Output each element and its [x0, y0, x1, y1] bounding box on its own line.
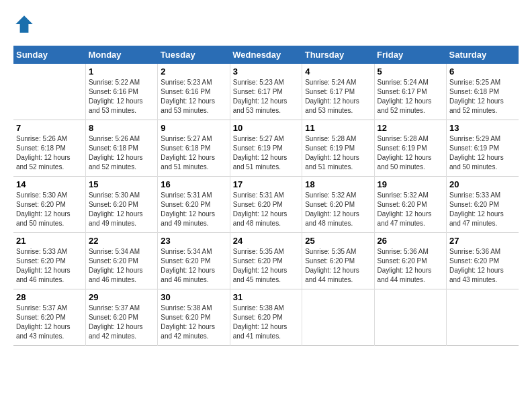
day-number: 2: [161, 66, 226, 77]
col-header-thursday: Thursday: [302, 46, 374, 64]
day-cell: 28Sunrise: 5:37 AM Sunset: 6:20 PM Dayli…: [13, 289, 85, 346]
day-number: 26: [378, 236, 443, 246]
header-row: SundayMondayTuesdayWednesdayThursdayFrid…: [13, 46, 519, 64]
day-cell: 3Sunrise: 5:23 AM Sunset: 6:17 PM Daylig…: [230, 64, 302, 120]
day-info: Sunrise: 5:33 AM Sunset: 6:20 PM Dayligh…: [449, 191, 516, 228]
day-info: Sunrise: 5:26 AM Sunset: 6:18 PM Dayligh…: [89, 134, 154, 172]
calendar-body: 1Sunrise: 5:22 AM Sunset: 6:16 PM Daylig…: [13, 64, 519, 346]
day-number: 31: [233, 292, 299, 302]
day-number: 15: [89, 179, 154, 189]
day-cell: 17Sunrise: 5:31 AM Sunset: 6:20 PM Dayli…: [230, 177, 302, 233]
calendar-header: SundayMondayTuesdayWednesdayThursdayFrid…: [13, 46, 519, 64]
day-cell: 6Sunrise: 5:25 AM Sunset: 6:18 PM Daylig…: [447, 64, 519, 120]
day-info: Sunrise: 5:36 AM Sunset: 6:20 PM Dayligh…: [449, 247, 516, 285]
day-number: 14: [16, 179, 83, 189]
day-number: 12: [378, 123, 443, 133]
day-cell: 1Sunrise: 5:22 AM Sunset: 6:16 PM Daylig…: [85, 64, 157, 120]
day-info: Sunrise: 5:38 AM Sunset: 6:20 PM Dayligh…: [161, 304, 226, 341]
day-info: Sunrise: 5:37 AM Sunset: 6:20 PM Dayligh…: [16, 304, 83, 341]
day-cell: 26Sunrise: 5:36 AM Sunset: 6:20 PM Dayli…: [374, 233, 446, 289]
day-number: 17: [233, 179, 299, 189]
day-cell: 8Sunrise: 5:26 AM Sunset: 6:18 PM Daylig…: [85, 120, 157, 177]
day-number: 1: [89, 66, 154, 77]
day-info: Sunrise: 5:30 AM Sunset: 6:20 PM Dayligh…: [89, 191, 154, 228]
day-cell: [302, 289, 374, 346]
day-cell: 31Sunrise: 5:38 AM Sunset: 6:20 PM Dayli…: [230, 289, 302, 346]
logo: [13, 13, 38, 35]
day-info: Sunrise: 5:31 AM Sunset: 6:20 PM Dayligh…: [161, 191, 226, 228]
day-cell: 14Sunrise: 5:30 AM Sunset: 6:20 PM Dayli…: [13, 177, 85, 233]
day-cell: 16Sunrise: 5:31 AM Sunset: 6:20 PM Dayli…: [158, 177, 230, 233]
day-number: 29: [89, 292, 154, 302]
header: [13, 13, 519, 35]
week-row-2: 7Sunrise: 5:26 AM Sunset: 6:18 PM Daylig…: [13, 120, 519, 177]
day-info: Sunrise: 5:27 AM Sunset: 6:19 PM Dayligh…: [233, 134, 299, 172]
day-info: Sunrise: 5:35 AM Sunset: 6:20 PM Dayligh…: [305, 247, 371, 285]
day-info: Sunrise: 5:31 AM Sunset: 6:20 PM Dayligh…: [233, 191, 299, 228]
day-cell: 9Sunrise: 5:27 AM Sunset: 6:18 PM Daylig…: [158, 120, 230, 177]
day-info: Sunrise: 5:36 AM Sunset: 6:20 PM Dayligh…: [378, 247, 443, 285]
day-info: Sunrise: 5:33 AM Sunset: 6:20 PM Dayligh…: [16, 247, 83, 285]
calendar-table: SundayMondayTuesdayWednesdayThursdayFrid…: [13, 46, 519, 346]
day-info: Sunrise: 5:28 AM Sunset: 6:19 PM Dayligh…: [305, 134, 371, 172]
day-info: Sunrise: 5:35 AM Sunset: 6:20 PM Dayligh…: [233, 247, 299, 285]
day-cell: 20Sunrise: 5:33 AM Sunset: 6:20 PM Dayli…: [447, 177, 519, 233]
day-cell: 5Sunrise: 5:24 AM Sunset: 6:17 PM Daylig…: [374, 64, 446, 120]
day-info: Sunrise: 5:25 AM Sunset: 6:18 PM Dayligh…: [449, 78, 516, 116]
col-header-friday: Friday: [374, 46, 446, 64]
day-number: 30: [161, 292, 226, 302]
day-number: 11: [305, 123, 371, 133]
day-cell: [447, 289, 519, 346]
day-number: 27: [449, 236, 516, 246]
day-info: Sunrise: 5:28 AM Sunset: 6:19 PM Dayligh…: [378, 134, 443, 172]
day-number: 8: [89, 123, 154, 133]
col-header-sunday: Sunday: [13, 46, 85, 64]
day-info: Sunrise: 5:32 AM Sunset: 6:20 PM Dayligh…: [305, 191, 371, 228]
day-cell: 22Sunrise: 5:34 AM Sunset: 6:20 PM Dayli…: [85, 233, 157, 289]
day-cell: 23Sunrise: 5:34 AM Sunset: 6:20 PM Dayli…: [158, 233, 230, 289]
day-number: 24: [233, 236, 299, 246]
day-number: 5: [378, 66, 443, 77]
col-header-wednesday: Wednesday: [230, 46, 302, 64]
day-number: 6: [449, 66, 516, 77]
day-cell: 13Sunrise: 5:29 AM Sunset: 6:19 PM Dayli…: [447, 120, 519, 177]
day-cell: 11Sunrise: 5:28 AM Sunset: 6:19 PM Dayli…: [302, 120, 374, 177]
day-number: 19: [378, 179, 443, 189]
svg-marker-0: [15, 15, 33, 33]
day-cell: 21Sunrise: 5:33 AM Sunset: 6:20 PM Dayli…: [13, 233, 85, 289]
day-number: 25: [305, 236, 371, 246]
day-number: 28: [16, 292, 83, 302]
day-info: Sunrise: 5:34 AM Sunset: 6:20 PM Dayligh…: [161, 247, 226, 285]
day-number: 23: [161, 236, 226, 246]
day-info: Sunrise: 5:24 AM Sunset: 6:17 PM Dayligh…: [305, 78, 371, 116]
day-cell: 29Sunrise: 5:37 AM Sunset: 6:20 PM Dayli…: [85, 289, 157, 346]
day-number: 4: [305, 66, 371, 77]
day-cell: 25Sunrise: 5:35 AM Sunset: 6:20 PM Dayli…: [302, 233, 374, 289]
day-cell: 7Sunrise: 5:26 AM Sunset: 6:18 PM Daylig…: [13, 120, 85, 177]
week-row-3: 14Sunrise: 5:30 AM Sunset: 6:20 PM Dayli…: [13, 177, 519, 233]
day-info: Sunrise: 5:29 AM Sunset: 6:19 PM Dayligh…: [449, 134, 516, 172]
day-number: 18: [305, 179, 371, 189]
week-row-5: 28Sunrise: 5:37 AM Sunset: 6:20 PM Dayli…: [13, 289, 519, 346]
day-info: Sunrise: 5:32 AM Sunset: 6:20 PM Dayligh…: [378, 191, 443, 228]
day-cell: [374, 289, 446, 346]
day-number: 20: [449, 179, 516, 189]
day-cell: 27Sunrise: 5:36 AM Sunset: 6:20 PM Dayli…: [447, 233, 519, 289]
day-info: Sunrise: 5:30 AM Sunset: 6:20 PM Dayligh…: [16, 191, 83, 228]
day-info: Sunrise: 5:37 AM Sunset: 6:20 PM Dayligh…: [89, 304, 154, 341]
day-info: Sunrise: 5:22 AM Sunset: 6:16 PM Dayligh…: [89, 78, 154, 116]
day-info: Sunrise: 5:23 AM Sunset: 6:17 PM Dayligh…: [233, 78, 299, 116]
day-info: Sunrise: 5:23 AM Sunset: 6:16 PM Dayligh…: [161, 78, 226, 116]
week-row-4: 21Sunrise: 5:33 AM Sunset: 6:20 PM Dayli…: [13, 233, 519, 289]
col-header-tuesday: Tuesday: [158, 46, 230, 64]
day-number: 10: [233, 123, 299, 133]
col-header-monday: Monday: [85, 46, 157, 64]
day-number: 3: [233, 66, 299, 77]
day-number: 9: [161, 123, 226, 133]
logo-icon: [13, 13, 35, 35]
day-number: 7: [16, 123, 83, 133]
day-cell: 2Sunrise: 5:23 AM Sunset: 6:16 PM Daylig…: [158, 64, 230, 120]
day-number: 13: [449, 123, 516, 133]
day-cell: 12Sunrise: 5:28 AM Sunset: 6:19 PM Dayli…: [374, 120, 446, 177]
day-cell: 19Sunrise: 5:32 AM Sunset: 6:20 PM Dayli…: [374, 177, 446, 233]
